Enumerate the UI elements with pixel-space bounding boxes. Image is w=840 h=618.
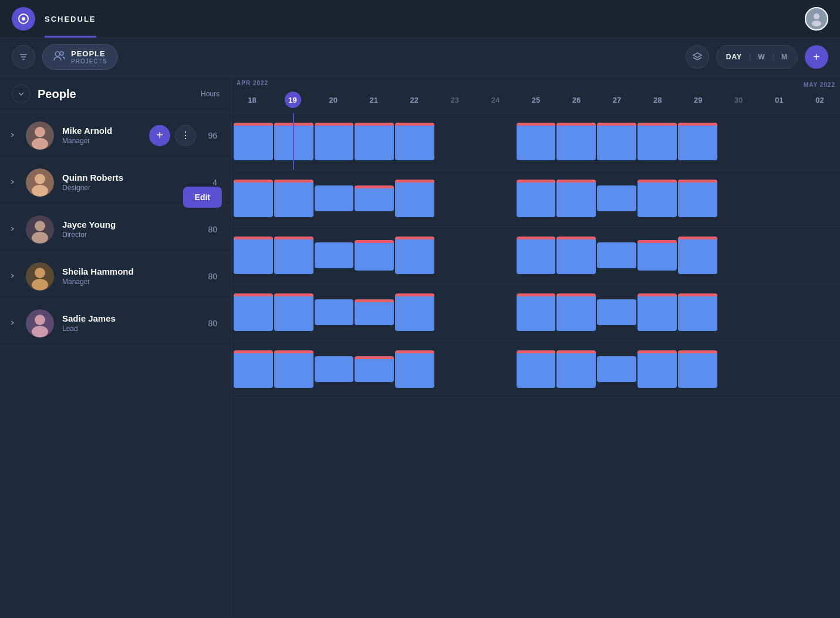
- block-5-28[interactable]: [637, 350, 677, 388]
- collapse-button[interactable]: [12, 85, 31, 103]
- block-2-28[interactable]: [637, 180, 677, 217]
- date-24[interactable]: 24: [475, 87, 515, 113]
- block-4-20[interactable]: [315, 299, 354, 325]
- block-5-29[interactable]: [678, 350, 717, 388]
- block-5-21[interactable]: [355, 356, 394, 382]
- date-02[interactable]: 02: [799, 87, 840, 113]
- view-week[interactable]: W: [758, 53, 765, 61]
- block-2-20[interactable]: [315, 185, 354, 211]
- block-2-22[interactable]: [395, 180, 434, 217]
- expand-jayce[interactable]: [9, 226, 21, 233]
- date-19-today[interactable]: 19: [272, 87, 313, 113]
- avatar-mike: [26, 121, 54, 150]
- block-4-22[interactable]: [395, 293, 434, 331]
- people-projects-button[interactable]: PEOPLE PROJECTS: [42, 44, 118, 70]
- person-role-jayce: Director: [62, 231, 208, 239]
- block-2-26[interactable]: [556, 180, 596, 217]
- add-assignment-button[interactable]: +: [149, 125, 170, 146]
- block-5-26[interactable]: [556, 350, 596, 388]
- block-1-18[interactable]: [234, 123, 273, 160]
- block-1-22[interactable]: [395, 123, 434, 160]
- block-1-28[interactable]: [637, 123, 677, 160]
- expand-sheila[interactable]: [9, 273, 21, 280]
- edit-popup[interactable]: Edit: [183, 187, 222, 208]
- block-4-25[interactable]: [517, 293, 556, 331]
- block-2-25[interactable]: [517, 180, 556, 217]
- block-1-29[interactable]: [678, 123, 717, 160]
- block-4-28[interactable]: [637, 293, 677, 331]
- view-day[interactable]: DAY: [726, 53, 742, 61]
- date-21[interactable]: 21: [353, 87, 394, 113]
- block-4-27[interactable]: [597, 299, 636, 325]
- block-3-20[interactable]: [315, 242, 354, 268]
- block-3-22[interactable]: [395, 237, 434, 274]
- filter-button[interactable]: [12, 45, 35, 69]
- layers-button[interactable]: [686, 45, 709, 69]
- person-hours-mike: 96: [208, 131, 217, 140]
- person-row-quinn: Quinn Roberts Designer 4 Edit: [0, 159, 231, 206]
- block-5-25[interactable]: [517, 350, 556, 388]
- block-2-19[interactable]: [274, 180, 313, 217]
- date-22[interactable]: 22: [394, 87, 434, 113]
- block-3-19[interactable]: [274, 237, 313, 274]
- app-logo[interactable]: [12, 7, 35, 31]
- block-3-18[interactable]: [234, 237, 273, 274]
- schedule-blocks-1: [232, 118, 840, 165]
- block-3-25[interactable]: [517, 237, 556, 274]
- people-title: People: [38, 87, 194, 101]
- date-18[interactable]: 18: [232, 87, 272, 113]
- block-3-21[interactable]: [355, 240, 394, 271]
- person-row-jayce: Jayce Young Director 80: [0, 206, 231, 253]
- date-25[interactable]: 25: [515, 87, 556, 113]
- apr-label: APR 2022: [232, 76, 273, 86]
- block-5-18[interactable]: [234, 350, 273, 388]
- person-info-jayce: Jayce Young Director: [62, 219, 208, 239]
- block-1-21[interactable]: [355, 123, 394, 160]
- nav-right: [805, 7, 828, 31]
- block-4-21[interactable]: [355, 299, 394, 325]
- expand-quinn[interactable]: [9, 179, 21, 186]
- block-3-26[interactable]: [556, 237, 596, 274]
- view-month[interactable]: M: [781, 53, 788, 61]
- date-28[interactable]: 28: [637, 87, 678, 113]
- date-01[interactable]: 01: [759, 87, 799, 113]
- expand-mike[interactable]: [9, 132, 21, 139]
- block-4-29[interactable]: [678, 293, 717, 331]
- block-3-28[interactable]: [637, 240, 677, 271]
- block-5-27[interactable]: [597, 356, 636, 382]
- block-3-27[interactable]: [597, 242, 636, 268]
- expand-sadie[interactable]: [9, 320, 21, 327]
- block-4-26[interactable]: [556, 293, 596, 331]
- date-26[interactable]: 26: [556, 87, 597, 113]
- person-role-sadie: Lead: [62, 325, 208, 333]
- block-1-20[interactable]: [315, 123, 354, 160]
- block-4-18[interactable]: [234, 293, 273, 331]
- view-toggle: DAY | W | M: [716, 45, 798, 69]
- date-header: APR 2022 MAY 2022 18 19 20 21 22 23 24 2…: [232, 76, 840, 113]
- block-4-19[interactable]: [274, 293, 313, 331]
- block-1-25[interactable]: [517, 123, 556, 160]
- more-options-button[interactable]: ⋮: [175, 125, 196, 146]
- block-3-29[interactable]: [678, 237, 717, 274]
- people-text: PEOPLE PROJECTS: [71, 49, 107, 65]
- block-1-26[interactable]: [556, 123, 596, 160]
- block-2-21[interactable]: [355, 185, 394, 211]
- block-2-18[interactable]: [234, 180, 273, 217]
- person-row-sadie: Sadie James Lead 80: [0, 300, 231, 347]
- block-5-22[interactable]: [395, 350, 434, 388]
- block-2-27[interactable]: [597, 185, 636, 211]
- date-20[interactable]: 20: [313, 87, 353, 113]
- block-5-19[interactable]: [274, 350, 313, 388]
- person-row-mike: Mike Arnold Manager 96 + ⋮: [0, 112, 231, 159]
- people-icon: [53, 50, 65, 64]
- block-5-20[interactable]: [315, 356, 354, 382]
- add-button[interactable]: +: [805, 45, 828, 69]
- date-23[interactable]: 23: [434, 87, 475, 113]
- date-27[interactable]: 27: [597, 87, 637, 113]
- date-29[interactable]: 29: [678, 87, 718, 113]
- toolbar-right: DAY | W | M +: [686, 45, 828, 69]
- user-avatar[interactable]: [805, 7, 828, 31]
- date-30[interactable]: 30: [718, 87, 759, 113]
- block-1-27[interactable]: [597, 123, 636, 160]
- block-2-29[interactable]: [678, 180, 717, 217]
